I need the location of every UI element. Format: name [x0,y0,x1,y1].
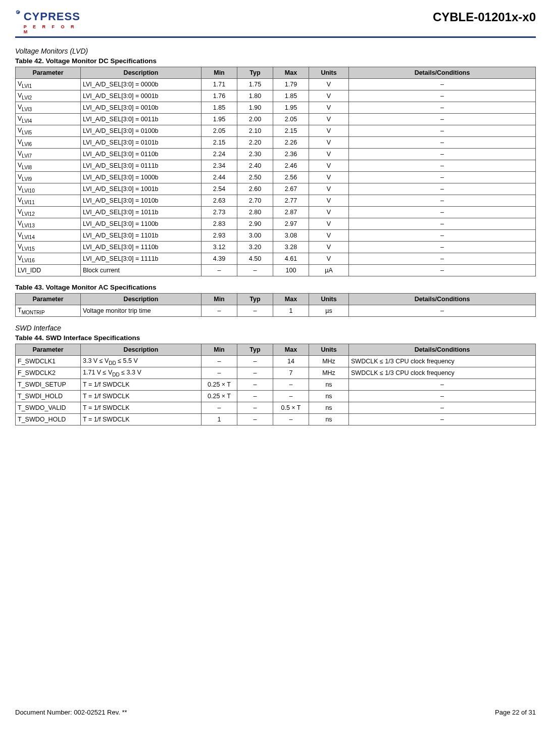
cell-details: SWDCLK ≤ 1/3 CPU clock frequency [349,367,536,379]
cell-typ: 2.30 [237,149,273,160]
cell-u: V [309,114,349,125]
col-header: Parameter [16,294,81,305]
cell-details: – [349,195,536,207]
cell-u: ns [309,391,349,402]
table-row: VLVI10LVI_A/D_SEL[3:0] = 1001b2.542.602.… [16,183,536,195]
cell-min: – [202,265,237,276]
cell-description: T = 1/f SWDCLK [81,391,202,402]
table-row: VLVI4LVI_A/D_SEL[3:0] = 0011b1.952.002.0… [16,114,536,125]
cell-details: – [349,79,536,90]
table-row: F_SWDCLK21.71 V ≤ VDD ≤ 3.3 V––7MHzSWDCL… [16,367,536,379]
cell-min: 3.12 [202,242,237,253]
cell-min: 4.39 [202,253,237,265]
cell-typ: 2.10 [237,125,273,137]
cell-min: 2.15 [202,137,237,149]
page-number: Page 22 of 31 [495,708,536,716]
cell-u: ns [309,379,349,391]
col-header: Details/Conditions [349,344,536,356]
section-heading-swd: SWD Interface [15,324,536,332]
cell-min: – [202,305,237,317]
cell-description: 3.3 V ≤ VDD ≤ 5.5 V [81,356,202,367]
table-row: VLVI6LVI_A/D_SEL[3:0] = 0101b2.152.202.2… [16,137,536,149]
cell-description: Voltage monitor trip time [81,305,202,317]
cell-max: 7 [273,367,309,379]
col-header: Max [273,294,309,305]
cell-u: V [309,183,349,195]
cell-u: µs [309,305,349,317]
cell-details: – [349,379,536,391]
table-row: T_SWDO_HOLDT = 1/f SWDCLK1––ns– [16,414,536,426]
cell-details: – [349,230,536,242]
cell-details: – [349,253,536,265]
cell-max: 2.15 [273,125,309,137]
cell-u: ns [309,414,349,426]
col-header: Max [273,344,309,356]
cell-typ: 4.50 [237,253,273,265]
cell-parameter: T_SWDO_HOLD [16,414,81,426]
table-row: TMONTRIPVoltage monitor trip time––1µs– [16,305,536,317]
cell-u: V [309,218,349,230]
cell-min: – [202,402,237,414]
cell-min: 1.95 [202,114,237,125]
cell-description: LVI_A/D_SEL[3:0] = 0000b [81,79,202,90]
cell-min: 2.44 [202,172,237,183]
cell-parameter: VLVI3 [16,102,81,114]
cell-u: V [309,207,349,218]
table-row: VLVI7LVI_A/D_SEL[3:0] = 0110b2.242.302.3… [16,149,536,160]
page-footer: Document Number: 002-02521 Rev. ** Page … [15,708,536,716]
col-header: Min [202,294,237,305]
col-header: Details/Conditions [349,67,536,79]
cell-typ: 2.60 [237,183,273,195]
cell-u: MHz [309,356,349,367]
cell-description: LVI_A/D_SEL[3:0] = 0110b [81,149,202,160]
cell-typ: 1.75 [237,79,273,90]
cell-description: LVI_A/D_SEL[3:0] = 1011b [81,207,202,218]
brand-logo: CYPRESS P E R F O R M [15,10,80,34]
table-row: VLVI12LVI_A/D_SEL[3:0] = 1011b2.732.802.… [16,207,536,218]
cell-min: 1.85 [202,102,237,114]
cell-description: LVI_A/D_SEL[3:0] = 1001b [81,183,202,195]
cell-details: – [349,218,536,230]
cell-details: – [349,90,536,102]
cell-max: 2.46 [273,160,309,172]
cell-max: 100 [273,265,309,276]
col-header: Parameter [16,67,81,79]
cell-description: LVI_A/D_SEL[3:0] = 0111b [81,160,202,172]
cell-parameter: VLVI14 [16,230,81,242]
table-row: VLVI5LVI_A/D_SEL[3:0] = 0100b2.052.102.1… [16,125,536,137]
cell-description: T = 1/f SWDCLK [81,379,202,391]
col-header: Units [309,294,349,305]
cell-details: – [349,305,536,317]
cell-max: – [273,379,309,391]
col-header: Max [273,67,309,79]
cell-parameter: VLVI15 [16,242,81,253]
cell-min: 1.76 [202,90,237,102]
cell-details: – [349,242,536,253]
cell-min: – [202,356,237,367]
table43-caption: Table 43. Voltage Monitor AC Specificati… [15,284,536,291]
cell-parameter: VLVI10 [16,183,81,195]
cell-parameter: VLVI5 [16,125,81,137]
table-row: VLVI14LVI_A/D_SEL[3:0] = 1101b2.933.003.… [16,230,536,242]
cell-parameter: VLVI12 [16,207,81,218]
cell-description: LVI_A/D_SEL[3:0] = 0010b [81,102,202,114]
cell-typ: 1.90 [237,102,273,114]
col-header: Typ [237,344,273,356]
table-row: T_SWDO_VALIDT = 1/f SWDCLK––0.5 × Tns– [16,402,536,414]
cell-typ: 2.20 [237,137,273,149]
cell-min: 2.63 [202,195,237,207]
cell-u: V [309,160,349,172]
cell-details: – [349,265,536,276]
cell-description: LVI_A/D_SEL[3:0] = 1110b [81,242,202,253]
cell-typ: – [237,391,273,402]
cell-details: – [349,414,536,426]
cell-parameter: VLVI7 [16,149,81,160]
cell-typ: 3.00 [237,230,273,242]
cell-parameter: T_SWDO_VALID [16,402,81,414]
cell-details: – [349,391,536,402]
section-heading-lvd: Voltage Monitors (LVD) [15,47,536,55]
cell-u: V [309,137,349,149]
cell-description: LVI_A/D_SEL[3:0] = 1100b [81,218,202,230]
table-row: VLVI11LVI_A/D_SEL[3:0] = 1010b2.632.702.… [16,195,536,207]
cell-max: 2.87 [273,207,309,218]
